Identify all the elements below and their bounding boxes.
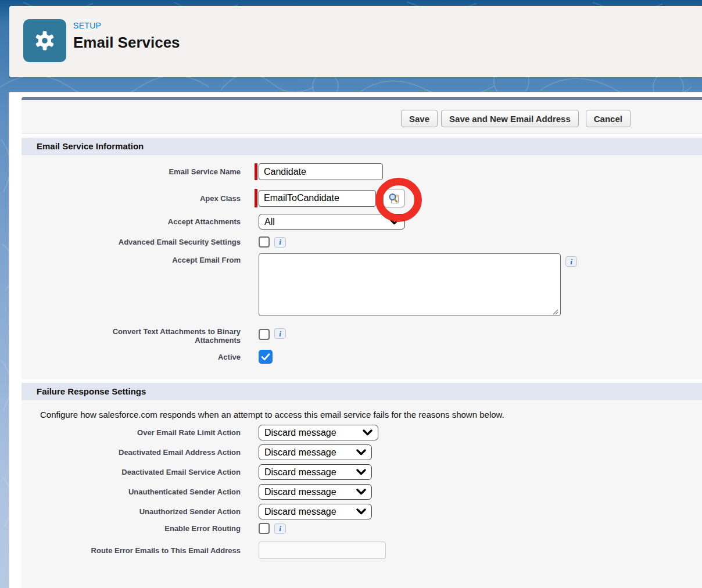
email-service-form: Save Save and New Email Address Cancel E… xyxy=(22,97,702,588)
info-icon: i xyxy=(279,330,281,338)
accept-attachments-value: All xyxy=(264,217,275,227)
over-email-rate-limit-row: Over Email Rate Limit Action Discard mes… xyxy=(22,425,702,440)
active-checkbox[interactable] xyxy=(259,350,273,364)
failure-response-description: Configure how salesforce.com responds wh… xyxy=(22,400,702,420)
required-marker xyxy=(255,189,257,207)
section-header-email-service-information: Email Service Information xyxy=(22,138,702,155)
accept-email-from-textarea[interactable] xyxy=(259,253,561,316)
deactivated-email-address-row: Deactivated Email Address Action Discard… xyxy=(22,444,702,460)
deactivated-email-service-select[interactable]: Discard message xyxy=(259,464,372,480)
apex-class-row: Apex Class xyxy=(22,189,702,207)
enable-error-routing-label: Enable Error Routing xyxy=(22,524,241,533)
unauthorized-sender-row: Unauthorized Sender Action Discard messa… xyxy=(22,504,702,519)
route-error-emails-label: Route Error Emails to This Email Address xyxy=(22,546,241,555)
apex-class-input[interactable] xyxy=(259,190,376,207)
route-error-emails-input[interactable] xyxy=(259,542,386,559)
accept-attachments-label: Accept Attachments xyxy=(22,217,241,226)
info-icon: i xyxy=(279,238,281,246)
info-icon: i xyxy=(570,258,572,266)
enable-error-routing-checkbox[interactable] xyxy=(259,523,270,534)
email-service-information-body: Email Service Name Apex Class xyxy=(22,155,702,379)
failure-response-body: Configure how salesforce.com responds wh… xyxy=(22,400,702,559)
setup-header-card: SETUP Email Services xyxy=(9,6,702,77)
unauthorized-sender-label: Unauthorized Sender Action xyxy=(22,507,241,516)
content-panel: Save Save and New Email Address Cancel E… xyxy=(9,92,702,588)
deactivated-email-service-row: Deactivated Email Service Action Discard… xyxy=(22,464,702,480)
enable-error-routing-row: Enable Error Routing i xyxy=(22,523,702,534)
over-email-rate-limit-label: Over Email Rate Limit Action xyxy=(22,428,241,437)
accept-attachments-row: Accept Attachments All xyxy=(22,214,702,230)
info-button[interactable]: i xyxy=(565,256,577,267)
select-value: Discard message xyxy=(264,507,336,517)
chevron-down-icon xyxy=(356,449,366,456)
email-service-name-row: Email Service Name xyxy=(22,163,702,180)
save-and-new-email-address-button[interactable]: Save and New Email Address xyxy=(441,110,579,127)
advanced-email-security-label: Advanced Email Security Settings xyxy=(22,238,241,246)
unauthorized-sender-select[interactable]: Discard message xyxy=(259,504,372,519)
convert-text-attachments-label: Convert Text Attachments to Binary Attac… xyxy=(22,327,241,345)
setup-eyebrow: SETUP xyxy=(73,21,101,30)
accept-email-from-row: Accept Email From i xyxy=(22,253,702,318)
deactivated-email-address-label: Deactivated Email Address Action xyxy=(22,448,241,457)
convert-text-attachments-row: Convert Text Attachments to Binary Attac… xyxy=(22,327,702,345)
advanced-email-security-row: Advanced Email Security Settings i xyxy=(22,236,702,248)
toolbar: Save Save and New Email Address Cancel xyxy=(22,100,702,134)
unauthenticated-sender-select[interactable]: Discard message xyxy=(259,484,372,500)
select-value: Discard message xyxy=(264,447,336,458)
deactivated-email-address-select[interactable]: Discard message xyxy=(259,444,372,460)
chevron-down-icon xyxy=(356,489,366,495)
check-icon xyxy=(261,353,270,361)
chevron-down-icon xyxy=(389,218,399,225)
setup-gear-tile xyxy=(23,19,66,62)
required-marker xyxy=(255,163,257,180)
info-button[interactable]: i xyxy=(274,328,286,339)
accept-email-from-label: Accept Email From xyxy=(22,253,241,264)
apex-class-lookup-button[interactable] xyxy=(383,189,405,207)
apex-class-label: Apex Class xyxy=(22,194,241,203)
select-value: Discard message xyxy=(264,467,336,478)
select-value: Discard message xyxy=(264,428,336,438)
email-service-name-label: Email Service Name xyxy=(22,167,241,176)
active-label: Active xyxy=(22,353,241,361)
email-service-name-input[interactable] xyxy=(259,163,383,180)
section-header-failure-response-settings: Failure Response Settings xyxy=(22,383,702,400)
chevron-down-icon xyxy=(356,469,366,475)
over-email-rate-limit-select[interactable]: Discard message xyxy=(259,425,378,440)
info-icon: i xyxy=(279,525,281,532)
convert-text-attachments-checkbox[interactable] xyxy=(259,329,270,340)
cancel-button[interactable]: Cancel xyxy=(586,110,631,127)
gear-icon xyxy=(32,28,58,53)
deactivated-email-service-label: Deactivated Email Service Action xyxy=(22,468,241,476)
info-button[interactable]: i xyxy=(274,237,286,248)
page-title: Email Services xyxy=(73,34,180,52)
save-button[interactable]: Save xyxy=(401,110,438,127)
active-row: Active xyxy=(22,350,702,364)
route-error-emails-row: Route Error Emails to This Email Address xyxy=(22,542,702,559)
unauthenticated-sender-label: Unauthenticated Sender Action xyxy=(22,487,241,496)
accept-attachments-select[interactable]: All xyxy=(259,214,405,230)
chevron-down-icon xyxy=(363,429,373,436)
lookup-search-icon xyxy=(388,192,400,205)
advanced-email-security-checkbox[interactable] xyxy=(259,236,270,248)
info-button[interactable]: i xyxy=(274,524,286,534)
chevron-down-icon xyxy=(356,508,366,515)
select-value: Discard message xyxy=(264,487,336,497)
unauthenticated-sender-row: Unauthenticated Sender Action Discard me… xyxy=(22,484,702,500)
